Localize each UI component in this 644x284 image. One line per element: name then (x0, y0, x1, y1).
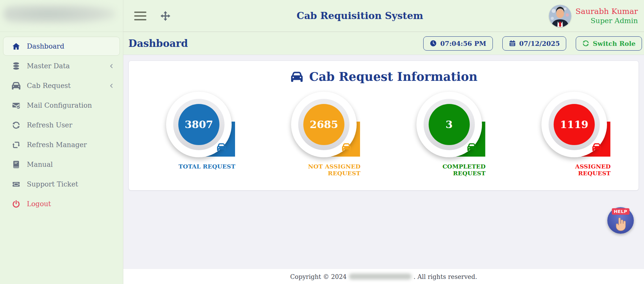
sidebar-item-label: Master Data (27, 62, 70, 70)
content-area: Cab Request Information 3807 (123, 55, 644, 269)
sidebar-item-label: Dashboard (27, 42, 64, 50)
refresh-square-icon (11, 140, 21, 149)
book-icon (11, 160, 21, 169)
car-icon (466, 143, 477, 152)
sidebar-item-label: Mail Configuration (27, 101, 92, 109)
sidebar-menu: Dashboard Master Data Cab Request Mail C… (0, 32, 123, 213)
database-icon (11, 61, 21, 70)
menu-toggle-button[interactable] (134, 10, 148, 22)
value-circle: 2685 (303, 104, 344, 145)
sidebar-item-label: Refresh User (27, 121, 72, 129)
copyright-suffix: . All rights reserved. (414, 273, 477, 280)
home-icon (11, 42, 21, 51)
stat-widgets-row: 3807 TOTAL REQUEST 2685 (129, 84, 639, 177)
car-icon (591, 143, 602, 152)
app-logo-blurred (0, 0, 123, 32)
fullscreen-button[interactable] (160, 11, 171, 21)
stat-widget-total-request: 3807 TOTAL REQUEST (166, 92, 236, 177)
user-info: Saurabh Kumar Super Admin (575, 6, 638, 25)
user-role: Super Admin (575, 16, 638, 25)
user-box: Saurabh Kumar Super Admin (549, 5, 638, 27)
sidebar-item-support-ticket[interactable]: Support Ticket (3, 175, 120, 194)
stat-value: 3 (446, 119, 453, 130)
date-display-button[interactable]: 07/12/2025 (502, 36, 567, 51)
sidebar-item-mail-configuration[interactable]: Mail Configuration (3, 96, 120, 115)
time-display-button[interactable]: 07:04:56 PM (423, 36, 493, 51)
sidebar-item-refresh-manager[interactable]: Refresh Manager (3, 135, 120, 154)
user-name: Saurabh Kumar (575, 6, 638, 16)
chevron-left-icon (109, 64, 114, 69)
avatar[interactable] (549, 5, 571, 27)
page-header: Dashboard 07:04:56 PM 07/12/2025 Switch … (123, 32, 644, 55)
cab-request-info-card: Cab Request Information 3807 (128, 60, 639, 191)
page-title: Dashboard (128, 38, 188, 49)
value-circle: 1119 (554, 104, 595, 145)
footer: Copyright © 2024 . All rights reserved. (123, 269, 644, 284)
topbar: Cab Requisition System (123, 0, 644, 32)
car-icon (216, 143, 227, 152)
help-button[interactable]: HELP (607, 207, 634, 234)
mail-check-icon (11, 101, 21, 110)
clock-icon (430, 40, 437, 47)
stat-value: 1119 (560, 119, 589, 130)
stat-value: 3807 (185, 119, 213, 130)
sidebar-item-label: Logout (27, 200, 51, 208)
logo-blur-blob (3, 4, 115, 24)
refresh-icon (11, 121, 21, 129)
switch-role-button[interactable]: Switch Role (576, 36, 642, 51)
stat-value: 2685 (310, 119, 338, 130)
sidebar-item-label: Cab Request (27, 82, 71, 90)
card-title: Cab Request Information (129, 70, 639, 84)
car-icon (290, 71, 304, 83)
stat-label: NOT ASSIGNED REQUEST (297, 163, 361, 177)
stat-label: ASSIGNED REQUEST (547, 163, 611, 177)
sidebar-item-cab-request[interactable]: Cab Request (3, 76, 120, 95)
stat-label: COMPLETED REQUEST (441, 163, 486, 177)
sidebar-item-label: Support Ticket (27, 180, 78, 188)
value-circle: 3 (429, 104, 470, 145)
sidebar: Dashboard Master Data Cab Request Mail C… (0, 0, 123, 284)
calendar-icon (509, 40, 516, 47)
sidebar-item-manual[interactable]: Manual (3, 155, 120, 174)
date-value: 07/12/2025 (519, 40, 560, 47)
page-header-actions: 07:04:56 PM 07/12/2025 Switch Role (423, 36, 642, 51)
sidebar-item-logout[interactable]: Logout (3, 194, 120, 213)
company-name-blurred (349, 273, 412, 280)
stat-widget-not-assigned-request: 2685 NOT ASSIGNED REQUEST (291, 92, 361, 177)
time-value: 07:04:56 PM (440, 40, 486, 47)
value-circle: 3807 (178, 104, 219, 145)
stat-widget-assigned-request: 1119 ASSIGNED REQUEST (541, 92, 611, 177)
hand-pointer-icon (613, 216, 628, 232)
sync-icon (582, 40, 589, 47)
expand-arrows-icon (160, 11, 171, 21)
sidebar-item-refresh-user[interactable]: Refresh User (3, 116, 120, 135)
app-title: Cab Requisition System (171, 10, 549, 21)
stat-widget-completed-request: 3 COMPLETED REQUEST (416, 92, 486, 177)
copyright-prefix: Copyright © 2024 (290, 273, 346, 280)
main-panel: Cab Requisition System (123, 0, 644, 284)
sidebar-item-label: Refresh Manager (27, 141, 87, 149)
user-avatar-image (549, 5, 571, 27)
car-icon (11, 81, 21, 90)
car-icon (341, 143, 352, 152)
sidebar-item-master-data[interactable]: Master Data (3, 56, 120, 75)
hamburger-icon (134, 12, 146, 13)
stat-label: TOTAL REQUEST (179, 163, 236, 170)
chevron-left-icon (109, 83, 114, 88)
sidebar-item-dashboard[interactable]: Dashboard (3, 37, 120, 56)
switch-role-label: Switch Role (593, 40, 636, 47)
help-tag: HELP (612, 208, 629, 215)
power-icon (11, 199, 21, 208)
ticket-icon (11, 180, 21, 189)
app-root: Dashboard Master Data Cab Request Mail C… (0, 0, 644, 284)
sidebar-item-label: Manual (27, 160, 53, 168)
